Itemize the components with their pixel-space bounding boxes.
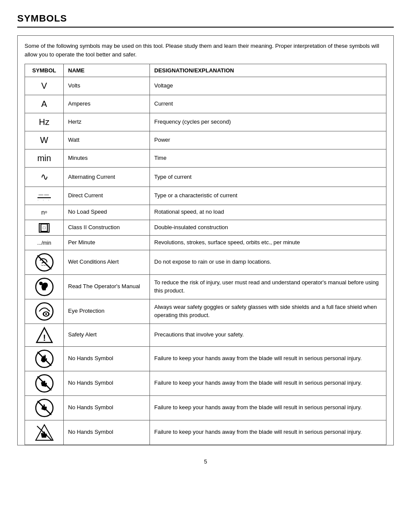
table-row: VVoltsVoltage — [25, 77, 386, 95]
svg-text:!: ! — [43, 333, 46, 342]
permin-symbol: .../min — [37, 240, 51, 247]
symbol-cell: A — [25, 95, 64, 113]
table-row: ! Safety AlertPrecautions that involve y… — [25, 324, 386, 346]
name-cell: Per Minute — [64, 236, 150, 250]
hertz-symbol: Hz — [39, 116, 49, 128]
svg-point-8 — [45, 313, 47, 315]
designation-cell: Precautions that involve your safety. — [150, 324, 386, 346]
designation-cell: Rotational speed, at no load — [150, 205, 386, 220]
name-cell: No Load Speed — [64, 205, 150, 220]
designation-cell: Power — [150, 131, 386, 149]
name-cell: Direct Current — [64, 187, 150, 205]
symbol-cell: □ — [25, 220, 64, 236]
symbol-cell: no — [25, 205, 64, 220]
table-row: □Class II ConstructionDouble-insulated c… — [25, 220, 386, 236]
designation-cell: Voltage — [150, 77, 386, 95]
header-designation: DESIGNATION/EXPLANATION — [150, 64, 386, 77]
symbol-cell: Hz — [25, 113, 64, 131]
no-hands-3-icon — [29, 398, 59, 417]
table-row: AAmperesCurrent — [25, 95, 386, 113]
designation-cell: Failure to keep your hands away from the… — [150, 395, 386, 420]
name-cell: Minutes — [64, 149, 150, 168]
designation-cell: Current — [150, 95, 386, 113]
name-cell: No Hands Symbol — [64, 371, 150, 395]
symbols-table: SYMBOL NAME DESIGNATION/EXPLANATION VVol… — [25, 64, 386, 445]
designation-cell: Failure to keep your hands away from the… — [150, 346, 386, 371]
no-load-symbol: no — [41, 208, 47, 217]
designation-cell: Always wear safety goggles or safety gla… — [150, 299, 386, 324]
table-row: Read The Operator's ManualTo reduce the … — [25, 274, 386, 299]
symbol-cell: min — [25, 149, 64, 168]
symbol-cell — [25, 346, 64, 371]
class2-symbol: □ — [39, 223, 49, 233]
page-number: 5 — [17, 458, 394, 465]
wet-conditions-icon: ~~~ — [29, 253, 59, 272]
name-cell: No Hands Symbol — [64, 346, 150, 371]
name-cell: Watt — [64, 131, 150, 149]
symbol-cell: ∿ — [25, 168, 64, 187]
name-cell: Hertz — [64, 113, 150, 131]
table-row: No Hands SymbolFailure to keep your hand… — [25, 420, 386, 445]
table-row: ∿Alternating CurrentType of current — [25, 168, 386, 187]
table-row: No Hands SymbolFailure to keep your hand… — [25, 346, 386, 371]
svg-point-5 — [36, 303, 53, 320]
table-row: WWattPower — [25, 131, 386, 149]
table-row: No Hands SymbolFailure to keep your hand… — [25, 395, 386, 420]
table-row: ~~~ Wet Conditions AlertDo not expose to… — [25, 250, 386, 274]
ac-symbol: ∿ — [40, 170, 48, 184]
symbols-table-container: Some of the following symbols may be use… — [17, 35, 394, 445]
name-cell: Alternating Current — [64, 168, 150, 187]
name-cell: Class II Construction — [64, 220, 150, 236]
name-cell: Amperes — [64, 95, 150, 113]
designation-cell: Time — [150, 149, 386, 168]
symbol-cell: .../min — [25, 236, 64, 250]
symbol-cell: W — [25, 131, 64, 149]
watt-symbol: W — [40, 134, 48, 146]
no-hands-1-icon — [29, 349, 59, 368]
symbol-cell — [25, 420, 64, 445]
table-row: Eye ProtectionAlways wear safety goggles… — [25, 299, 386, 324]
symbol-cell: V — [25, 77, 64, 95]
name-cell: Read The Operator's Manual — [64, 274, 150, 299]
manual-icon — [29, 277, 59, 296]
name-cell: No Hands Symbol — [64, 420, 150, 445]
page-title: SYMBOLS — [17, 13, 394, 28]
svg-text:~~~: ~~~ — [41, 263, 48, 268]
intro-text: Some of the following symbols may be use… — [25, 42, 386, 59]
name-cell: Wet Conditions Alert — [64, 250, 150, 274]
no-hands-4-icon — [29, 423, 59, 442]
ampere-symbol: A — [41, 98, 47, 110]
safety-alert-icon: ! — [29, 327, 59, 344]
header-symbol: SYMBOL — [25, 64, 64, 77]
table-row: No Hands SymbolFailure to keep your hand… — [25, 371, 386, 395]
designation-cell: Type of current — [150, 168, 386, 187]
minutes-symbol: min — [37, 152, 51, 165]
symbol-cell — [25, 395, 64, 420]
dc-symbol: ——· · · — [37, 192, 51, 202]
table-row: HzHertzFrequency (cycles per second) — [25, 113, 386, 131]
designation-cell: Double-insulated construction — [150, 220, 386, 236]
table-row: ——· · ·Direct CurrentType or a character… — [25, 187, 386, 205]
designation-cell: Failure to keep your hands away from the… — [150, 371, 386, 395]
header-name: NAME — [64, 64, 150, 77]
name-cell: Eye Protection — [64, 299, 150, 324]
symbol-cell — [25, 371, 64, 395]
table-row: .../minPer MinuteRevolutions, strokes, s… — [25, 236, 386, 250]
svg-point-4 — [39, 282, 43, 285]
name-cell: Volts — [64, 77, 150, 95]
designation-cell: Revolutions, strokes, surface speed, orb… — [150, 236, 386, 250]
symbol-cell: ——· · · — [25, 187, 64, 205]
symbol-cell — [25, 299, 64, 324]
designation-cell: Do not expose to rain or use in damp loc… — [150, 250, 386, 274]
designation-cell: To reduce the risk of injury, user must … — [150, 274, 386, 299]
eye-protection-icon — [29, 302, 59, 321]
designation-cell: Failure to keep your hands away from the… — [150, 420, 386, 445]
no-hands-2-icon — [29, 374, 59, 393]
designation-cell: Type or a characteristic of current — [150, 187, 386, 205]
designation-cell: Frequency (cycles per second) — [150, 113, 386, 131]
volt-symbol: V — [41, 80, 47, 92]
table-row: noNo Load SpeedRotational speed, at no l… — [25, 205, 386, 220]
name-cell: No Hands Symbol — [64, 395, 150, 420]
symbol-cell: ~~~ — [25, 250, 64, 274]
table-row: minMinutesTime — [25, 149, 386, 168]
